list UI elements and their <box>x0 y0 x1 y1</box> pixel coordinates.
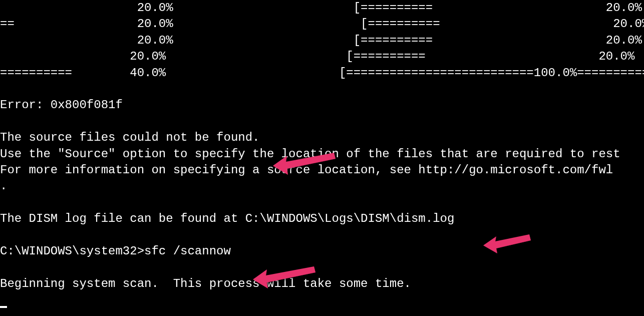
terminal-line: ========== 40.0% [======================… <box>0 66 644 80</box>
command-prompt-line: C:\WINDOWS\system32>sfc /scannow <box>0 244 231 258</box>
scan-begin-line: Beginning system scan. This process will… <box>0 277 411 290</box>
terminal-line: For more information on specifying a sou… <box>0 163 613 177</box>
source-not-found-line: The source files could not be found. <box>0 131 259 144</box>
terminal-line: 20.0% [========== 20.0% <box>0 1 642 15</box>
terminal-line: . <box>0 179 7 193</box>
dism-log-line: The DISM log file can be found at C:\WIN… <box>0 212 454 225</box>
terminal-output[interactable]: 20.0% [========== 20.0% == 20.0% [======… <box>0 0 644 308</box>
error-line: Error: 0x800f081f <box>0 98 123 112</box>
terminal-cursor <box>0 306 7 308</box>
terminal-line: 20.0% [========== 20.0% <box>0 50 634 63</box>
terminal-line: 20.0% [========== 20.0% <box>0 34 642 47</box>
terminal-line: Use the "Source" option to specify the l… <box>0 147 620 161</box>
terminal-line: == 20.0% [========== 20.0% <box>0 17 644 31</box>
